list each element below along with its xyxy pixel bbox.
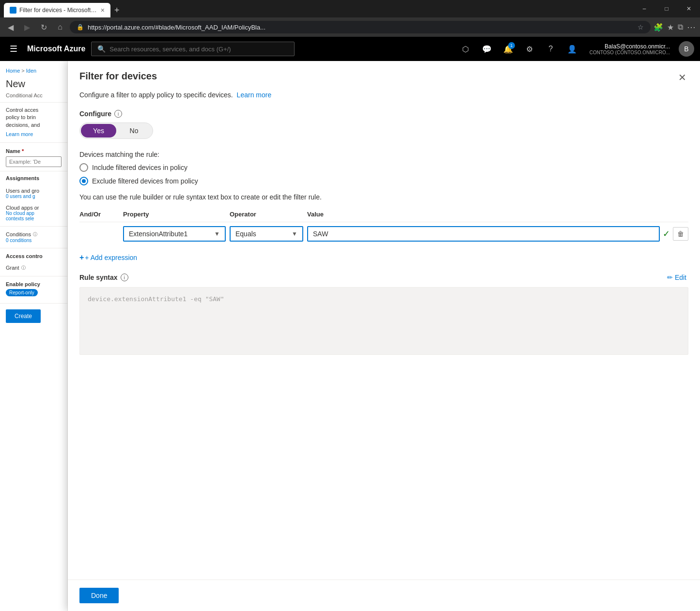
user-avatar[interactable]: B <box>679 41 694 57</box>
report-only-badge[interactable]: Report-only <box>6 289 38 296</box>
name-field: Name * <box>0 142 67 171</box>
desc-line1: Control acces <box>6 107 62 114</box>
address-bar[interactable]: 🔒 https://portal.azure.com/#blade/Micros… <box>70 21 651 33</box>
page-subtitle: Conditional Acc <box>0 92 67 102</box>
radio-include-circle <box>79 163 88 172</box>
page-layout: Home > Iden New Conditional Acc Control … <box>0 61 700 611</box>
rule-syntax-label-row: Rule syntax i <box>79 274 128 281</box>
breadcrumb-iden[interactable]: Iden <box>26 68 36 74</box>
tab-groups-icon[interactable]: ⧉ <box>678 23 683 31</box>
fav-icon[interactable]: ★ <box>667 23 674 32</box>
rule-table-header-row: And/Or Property Operator Value <box>79 207 688 222</box>
done-button[interactable]: Done <box>79 588 119 603</box>
toggle-yes-button[interactable]: Yes <box>81 124 116 137</box>
users-nav-item[interactable]: Users and gro 0 users and g <box>0 185 67 202</box>
rule-syntax-label: Rule syntax <box>79 274 118 281</box>
user-info: BalaS@contoso.onmicr... CONTOSO (CONTOSO… <box>590 43 670 55</box>
notification-badge: 1 <box>508 42 515 49</box>
extensions-icon[interactable]: 🧩 <box>653 23 663 32</box>
user-tenant: CONTOSO (CONTOSO.ONMICRO... <box>590 50 670 55</box>
radio-include-label: Include filtered devices in policy <box>92 164 187 171</box>
back-button[interactable]: ◀ <box>4 20 17 34</box>
property-dropdown[interactable]: ExtensionAttribute1 ▼ <box>123 226 226 242</box>
page-title: New <box>0 76 67 92</box>
radio-exclude-option[interactable]: Exclude filtered devices from policy <box>79 177 688 185</box>
configure-label: Configure <box>79 110 111 118</box>
desc-line3: decisions, and <box>6 122 62 129</box>
row-andor-cell <box>79 222 123 246</box>
search-icon: 🔍 <box>97 45 106 53</box>
help-button[interactable]: ? <box>541 39 560 59</box>
browser-tab-bar: Filter for devices - Microsoft Azu × + <box>0 0 633 17</box>
sidebar-divider-2 <box>0 248 67 248</box>
panel-header: Filter for devices ✕ <box>68 61 700 90</box>
desc-line2: policy to brin <box>6 114 62 121</box>
enable-policy-label: Enable policy <box>6 281 62 287</box>
rule-syntax-info-icon[interactable]: i <box>121 274 128 281</box>
radio-exclude-label: Exclude filtered devices from policy <box>92 177 198 185</box>
create-button[interactable]: Create <box>6 309 41 323</box>
access-control-label: Access contro <box>0 250 67 262</box>
radio-include-option[interactable]: Include filtered devices in policy <box>79 163 688 172</box>
minimize-button[interactable]: – <box>633 0 655 17</box>
grant-nav-item[interactable]: Grant ⓘ <box>0 262 67 274</box>
panel-body: Configure a filter to apply policy to sp… <box>68 90 700 580</box>
tab-title: Filter for devices - Microsoft Azu <box>19 7 98 14</box>
azure-appbar: ☰ Microsoft Azure 🔍 ⬡ 💬 🔔 1 ⚙ ? 👤 BalaS@… <box>0 37 700 61</box>
enable-policy-section: Enable policy Report-only <box>0 278 67 299</box>
lock-icon: 🔒 <box>77 24 84 31</box>
grant-info-icon: ⓘ <box>21 265 26 271</box>
add-expression-button[interactable]: + + Add expression <box>79 251 137 264</box>
main-area: Filter for devices ✕ Configure a filter … <box>68 61 700 611</box>
new-tab-button[interactable]: + <box>110 3 124 17</box>
tab-close-icon[interactable]: × <box>101 6 105 14</box>
users-value: 0 users and g <box>6 194 62 199</box>
operator-dropdown[interactable]: Equals ▼ <box>230 226 303 242</box>
value-checkmark-icon: ✓ <box>663 229 670 239</box>
search-input[interactable] <box>109 46 288 53</box>
more-menu-icon[interactable]: ⋯ <box>687 22 696 32</box>
rule-builder-desc: You can use the rule builder or rule syn… <box>79 193 688 201</box>
forward-button[interactable]: ▶ <box>20 20 34 34</box>
notifications-button[interactable]: 🔔 1 <box>498 39 518 59</box>
panel-learn-more-link[interactable]: Learn more <box>237 91 272 99</box>
property-value: ExtensionAttribute1 <box>129 230 210 238</box>
cloud-apps-nav-item[interactable]: Cloud apps or No cloud app contexts sele <box>0 202 67 224</box>
breadcrumb-home[interactable]: Home <box>6 68 20 74</box>
name-input[interactable] <box>6 156 62 167</box>
edit-rule-button[interactable]: ✏ Edit <box>665 272 688 283</box>
feedback-button[interactable]: 💬 <box>477 39 497 59</box>
panel-title: Filter for devices <box>79 71 157 82</box>
col-value: Value <box>307 207 688 222</box>
devices-matching-label: Devices matching the rule: <box>79 151 688 158</box>
sidebar-divider-3 <box>0 276 67 276</box>
close-window-button[interactable]: ✕ <box>678 0 700 17</box>
configure-info-icon[interactable]: i <box>114 110 122 118</box>
panel-close-button[interactable]: ✕ <box>676 71 688 84</box>
directory-button[interactable]: 👤 <box>562 39 582 59</box>
cloud-shell-button[interactable]: ⬡ <box>456 39 475 59</box>
maximize-button[interactable]: □ <box>655 0 678 17</box>
azure-search-bar[interactable]: 🔍 <box>91 42 295 56</box>
cloud-apps-value: No cloud app contexts sele <box>6 211 62 221</box>
configure-label-row: Configure i <box>79 110 688 118</box>
row-property-cell: ExtensionAttribute1 ▼ <box>123 222 230 246</box>
conditions-nav-item[interactable]: Conditions ⓘ 0 conditions <box>0 229 67 246</box>
refresh-button[interactable]: ↻ <box>37 20 50 34</box>
operator-value: Equals <box>235 230 288 238</box>
active-tab[interactable]: Filter for devices - Microsoft Azu × <box>4 3 110 17</box>
sidebar-learn-more-link[interactable]: Learn more <box>6 131 62 138</box>
col-property: Property <box>123 207 230 222</box>
hamburger-icon[interactable]: ☰ <box>6 40 21 58</box>
window-controls: – □ ✕ <box>633 0 700 17</box>
home-button[interactable]: ⌂ <box>53 20 67 34</box>
conditions-info-icon: ⓘ <box>33 231 37 238</box>
toggle-no-button[interactable]: No <box>116 124 152 137</box>
breadcrumb: Home > Iden <box>0 65 67 76</box>
breadcrumb-sep: > <box>21 68 24 74</box>
delete-row-button[interactable]: 🗑 <box>673 227 688 241</box>
settings-button[interactable]: ⚙ <box>520 39 539 59</box>
star-icon[interactable]: ☆ <box>638 23 644 31</box>
rule-value-input[interactable] <box>307 226 660 242</box>
add-expression-label: + Add expression <box>85 254 137 261</box>
